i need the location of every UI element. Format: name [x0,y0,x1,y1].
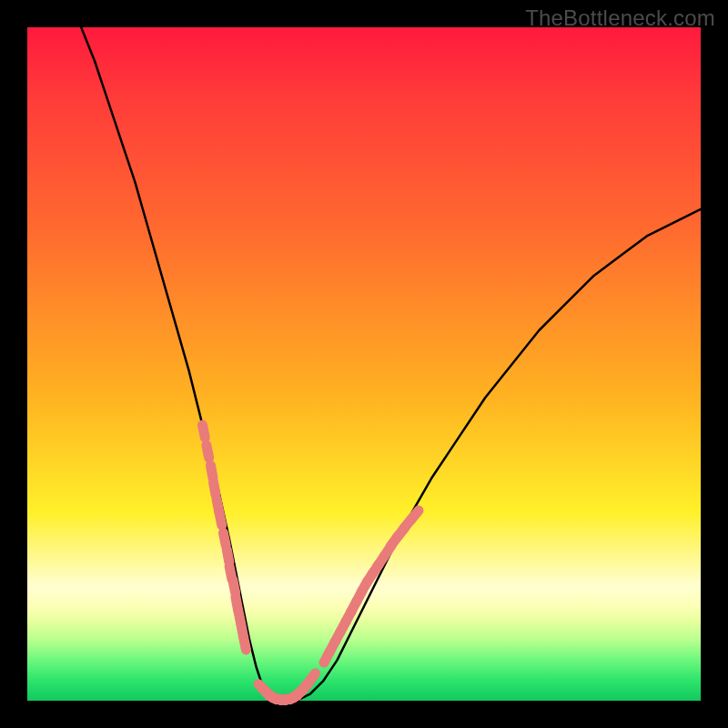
highlight-dash [219,512,222,525]
highlight-dash [223,533,226,546]
highlight-dots-left [203,425,247,650]
highlight-dash [211,466,214,479]
highlight-dash [233,580,236,592]
curve-layer [27,27,701,701]
highlight-dash [308,673,315,683]
chart-frame: TheBottleneck.com [0,0,728,728]
plot-area [27,27,701,701]
highlight-dash [410,511,419,521]
highlight-dash [203,425,206,438]
highlight-dash [227,550,229,562]
highlight-dash [244,637,247,650]
highlight-dash [207,445,209,458]
highlight-dash [214,482,217,495]
highlight-dots-right [324,511,419,662]
bottleneck-curve [81,27,701,701]
